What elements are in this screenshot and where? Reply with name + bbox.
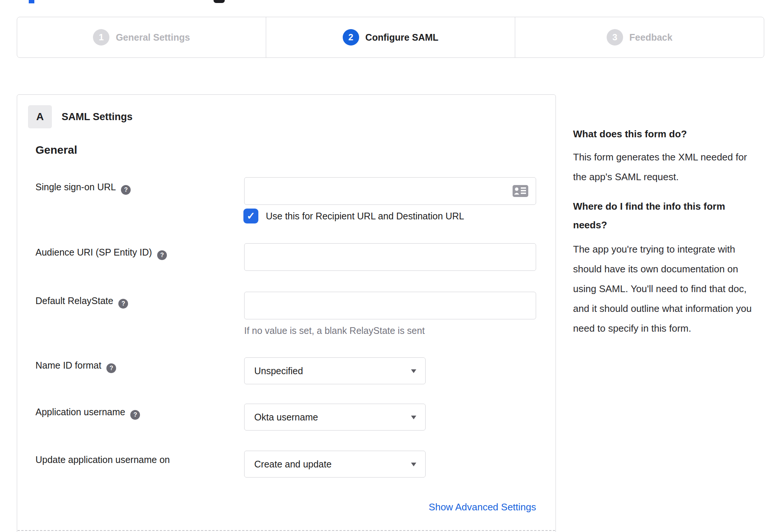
name-id-format-label: Name ID format? <box>35 360 116 373</box>
recipient-url-checkbox-label: Use this for Recipient URL and Destinati… <box>266 211 464 222</box>
name-id-format-help-icon[interactable]: ? <box>106 363 116 373</box>
page-title-fragment <box>29 0 34 3</box>
chevron-down-icon <box>411 463 416 466</box>
configure-saml-page: 1 General Settings 2 Configure SAML 3 Fe… <box>0 0 781 532</box>
app-username-value: Okta username <box>254 404 318 430</box>
general-group-title: General <box>35 144 77 156</box>
step-2-circle: 2 <box>343 29 359 46</box>
recipient-url-checkbox[interactable]: ✓ <box>243 209 258 223</box>
wizard-stepper: 1 General Settings 2 Configure SAML 3 Fe… <box>17 17 764 58</box>
app-username-select[interactable]: Okta username <box>244 404 426 431</box>
relay-state-input[interactable] <box>244 292 536 319</box>
audience-uri-help-icon[interactable]: ? <box>157 250 167 260</box>
section-title: SAML Settings <box>62 111 133 123</box>
step-3-label: Feedback <box>629 32 672 43</box>
relay-state-label: Default RelayState? <box>35 295 128 309</box>
step-2-label: Configure SAML <box>365 32 439 43</box>
help-section2-title: Where do I find the info this form needs… <box>573 197 752 234</box>
relay-state-hint: If no value is set, a blank RelayState i… <box>244 325 425 336</box>
section-divider <box>18 530 555 531</box>
app-username-label: Application username? <box>35 407 140 420</box>
relay-state-help-icon[interactable]: ? <box>118 299 128 309</box>
step-1-label: General Settings <box>116 32 190 43</box>
chevron-down-icon <box>411 416 416 419</box>
audience-uri-input[interactable] <box>244 243 536 271</box>
app-logo-fragment-icon <box>214 0 225 3</box>
name-id-format-select[interactable]: Unspecified <box>244 357 426 384</box>
audience-uri-label: Audience URI (SP Entity ID)? <box>35 247 167 260</box>
update-app-username-value: Create and update <box>254 451 332 477</box>
app-username-help-icon[interactable]: ? <box>130 410 140 420</box>
sso-url-input[interactable] <box>244 177 536 205</box>
name-id-format-value: Unspecified <box>254 358 303 384</box>
section-a-badge: A <box>28 105 52 128</box>
show-advanced-settings-link[interactable]: Show Advanced Settings <box>244 501 536 513</box>
sso-url-label: Single sign-on URL? <box>35 182 131 195</box>
step-3-circle: 3 <box>607 29 623 46</box>
sso-url-help-icon[interactable]: ? <box>121 185 131 195</box>
update-app-username-select[interactable]: Create and update <box>244 451 426 478</box>
help-section2-body: The app you're trying to integrate with … <box>573 240 763 338</box>
help-section1-body: This form generates the XML needed for t… <box>573 147 750 187</box>
step-general-settings[interactable]: 1 General Settings <box>17 17 266 57</box>
step-configure-saml[interactable]: 2 Configure SAML <box>266 17 515 57</box>
step-1-circle: 1 <box>93 29 109 46</box>
help-section1-title: What does this form do? <box>573 125 752 143</box>
contact-card-icon <box>512 185 529 197</box>
step-feedback[interactable]: 3 Feedback <box>515 17 764 57</box>
check-icon: ✓ <box>247 210 255 222</box>
update-app-username-label: Update application username on <box>35 454 170 465</box>
chevron-down-icon <box>411 369 416 373</box>
